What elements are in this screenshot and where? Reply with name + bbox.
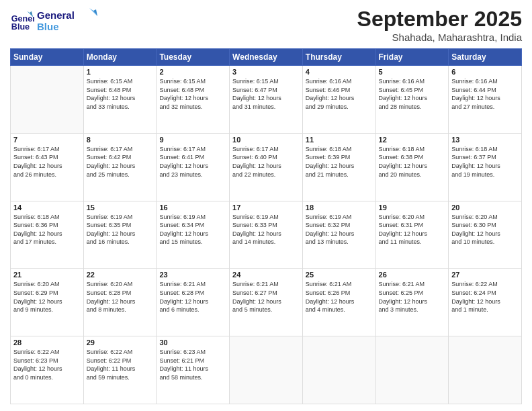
day-number: 29 <box>87 338 154 347</box>
day-number: 23 <box>159 271 226 279</box>
day-info: Sunrise: 6:18 AM Sunset: 6:39 PM Dayligh… <box>306 145 373 179</box>
day-number: 8 <box>87 136 154 144</box>
weekday-header-saturday: Saturday <box>449 49 522 66</box>
calendar-cell: 3Sunrise: 6:15 AM Sunset: 6:47 PM Daylig… <box>230 66 303 134</box>
day-number: 27 <box>451 271 519 279</box>
day-number: 28 <box>13 338 81 347</box>
calendar-cell: 13Sunrise: 6:18 AM Sunset: 6:37 PM Dayli… <box>449 133 522 201</box>
day-info: Sunrise: 6:18 AM Sunset: 6:37 PM Dayligh… <box>451 145 519 179</box>
day-number: 3 <box>232 68 300 76</box>
calendar-cell: 2Sunrise: 6:15 AM Sunset: 6:48 PM Daylig… <box>157 66 230 134</box>
day-number: 18 <box>306 203 373 212</box>
calendar-cell: 21Sunrise: 6:20 AM Sunset: 6:29 PM Dayli… <box>11 269 84 336</box>
day-number: 1 <box>87 68 154 76</box>
calendar-cell: 8Sunrise: 6:17 AM Sunset: 6:42 PM Daylig… <box>83 133 157 201</box>
day-info: Sunrise: 6:20 AM Sunset: 6:30 PM Dayligh… <box>451 213 519 246</box>
day-info: Sunrise: 6:19 AM Sunset: 6:32 PM Dayligh… <box>306 213 373 246</box>
calendar-cell <box>302 336 375 404</box>
weekday-header-friday: Friday <box>375 49 449 66</box>
svg-marker-7 <box>93 9 97 16</box>
day-info: Sunrise: 6:15 AM Sunset: 6:48 PM Dayligh… <box>159 77 226 111</box>
calendar-cell: 6Sunrise: 6:16 AM Sunset: 6:44 PM Daylig… <box>449 66 522 134</box>
day-info: Sunrise: 6:17 AM Sunset: 6:43 PM Dayligh… <box>13 145 81 179</box>
day-number: 15 <box>87 203 154 212</box>
logo-icon: General Blue <box>10 8 34 32</box>
day-number: 11 <box>306 136 373 144</box>
day-info: Sunrise: 6:22 AM Sunset: 6:24 PM Dayligh… <box>451 280 519 314</box>
svg-text:Blue: Blue <box>11 22 30 32</box>
day-info: Sunrise: 6:22 AM Sunset: 6:22 PM Dayligh… <box>87 348 154 381</box>
logo: General Blue General Blue <box>10 7 97 34</box>
calendar-cell: 26Sunrise: 6:21 AM Sunset: 6:25 PM Dayli… <box>375 269 449 336</box>
calendar-cell: 15Sunrise: 6:19 AM Sunset: 6:35 PM Dayli… <box>83 201 157 269</box>
day-info: Sunrise: 6:16 AM Sunset: 6:45 PM Dayligh… <box>379 77 446 111</box>
day-number: 13 <box>451 136 519 144</box>
calendar-week-row: 28Sunrise: 6:22 AM Sunset: 6:23 PM Dayli… <box>11 336 522 404</box>
calendar-cell: 23Sunrise: 6:21 AM Sunset: 6:28 PM Dayli… <box>157 269 230 336</box>
calendar-cell: 11Sunrise: 6:18 AM Sunset: 6:39 PM Dayli… <box>302 133 375 201</box>
day-info: Sunrise: 6:19 AM Sunset: 6:33 PM Dayligh… <box>232 213 300 246</box>
day-number: 21 <box>13 271 81 279</box>
day-info: Sunrise: 6:19 AM Sunset: 6:34 PM Dayligh… <box>159 213 226 246</box>
calendar-cell: 27Sunrise: 6:22 AM Sunset: 6:24 PM Dayli… <box>449 269 522 336</box>
day-info: Sunrise: 6:22 AM Sunset: 6:23 PM Dayligh… <box>13 348 81 381</box>
day-info: Sunrise: 6:18 AM Sunset: 6:36 PM Dayligh… <box>13 213 81 246</box>
day-number: 16 <box>159 203 226 212</box>
calendar-cell: 17Sunrise: 6:19 AM Sunset: 6:33 PM Dayli… <box>230 201 303 269</box>
weekday-header-sunday: Sunday <box>11 49 84 66</box>
calendar-cell: 12Sunrise: 6:18 AM Sunset: 6:38 PM Dayli… <box>375 133 449 201</box>
day-number: 12 <box>379 136 446 144</box>
day-number: 22 <box>87 271 154 279</box>
day-number: 14 <box>13 203 81 212</box>
calendar-cell: 14Sunrise: 6:18 AM Sunset: 6:36 PM Dayli… <box>11 201 84 269</box>
day-number: 2 <box>159 68 226 76</box>
day-number: 17 <box>232 203 300 212</box>
day-number: 5 <box>379 68 446 76</box>
calendar-week-row: 7Sunrise: 6:17 AM Sunset: 6:43 PM Daylig… <box>11 133 522 201</box>
calendar-cell: 1Sunrise: 6:15 AM Sunset: 6:48 PM Daylig… <box>83 66 157 134</box>
calendar-cell: 25Sunrise: 6:21 AM Sunset: 6:26 PM Dayli… <box>302 269 375 336</box>
day-number: 10 <box>232 136 300 144</box>
calendar-cell: 16Sunrise: 6:19 AM Sunset: 6:34 PM Dayli… <box>157 201 230 269</box>
day-number: 26 <box>379 271 446 279</box>
day-info: Sunrise: 6:19 AM Sunset: 6:35 PM Dayligh… <box>87 213 154 246</box>
subtitle: Shahada, Maharashtra, India <box>357 32 522 43</box>
title-area: September 2025 Shahada, Maharashtra, Ind… <box>357 7 522 43</box>
day-info: Sunrise: 6:16 AM Sunset: 6:46 PM Dayligh… <box>306 77 373 111</box>
calendar-cell: 30Sunrise: 6:23 AM Sunset: 6:21 PM Dayli… <box>157 336 230 404</box>
calendar-cell: 18Sunrise: 6:19 AM Sunset: 6:32 PM Dayli… <box>302 201 375 269</box>
calendar-cell: 4Sunrise: 6:16 AM Sunset: 6:46 PM Daylig… <box>302 66 375 134</box>
day-number: 19 <box>379 203 446 212</box>
day-info: Sunrise: 6:18 AM Sunset: 6:38 PM Dayligh… <box>379 145 446 179</box>
calendar-cell <box>375 336 449 404</box>
calendar-header-row: SundayMondayTuesdayWednesdayThursdayFrid… <box>11 49 522 66</box>
day-info: Sunrise: 6:23 AM Sunset: 6:21 PM Dayligh… <box>159 348 226 381</box>
calendar-cell: 10Sunrise: 6:17 AM Sunset: 6:40 PM Dayli… <box>230 133 303 201</box>
calendar-cell: 29Sunrise: 6:22 AM Sunset: 6:22 PM Dayli… <box>83 336 157 404</box>
day-number: 20 <box>451 203 519 212</box>
day-info: Sunrise: 6:15 AM Sunset: 6:47 PM Dayligh… <box>232 77 300 111</box>
calendar-cell <box>11 66 84 134</box>
day-info: Sunrise: 6:17 AM Sunset: 6:41 PM Dayligh… <box>159 145 226 179</box>
calendar-week-row: 21Sunrise: 6:20 AM Sunset: 6:29 PM Dayli… <box>11 269 522 336</box>
month-title: September 2025 <box>357 7 522 32</box>
day-number: 24 <box>232 271 300 279</box>
day-info: Sunrise: 6:17 AM Sunset: 6:40 PM Dayligh… <box>232 145 300 179</box>
day-info: Sunrise: 6:20 AM Sunset: 6:31 PM Dayligh… <box>379 213 446 246</box>
calendar-week-row: 14Sunrise: 6:18 AM Sunset: 6:36 PM Dayli… <box>11 201 522 269</box>
day-info: Sunrise: 6:21 AM Sunset: 6:25 PM Dayligh… <box>379 280 446 314</box>
weekday-header-thursday: Thursday <box>302 49 375 66</box>
weekday-header-tuesday: Tuesday <box>157 49 230 66</box>
calendar-cell: 9Sunrise: 6:17 AM Sunset: 6:41 PM Daylig… <box>157 133 230 201</box>
calendar-week-row: 1Sunrise: 6:15 AM Sunset: 6:48 PM Daylig… <box>11 66 522 134</box>
day-number: 25 <box>306 271 373 279</box>
calendar-cell: 24Sunrise: 6:21 AM Sunset: 6:27 PM Dayli… <box>230 269 303 336</box>
calendar-cell: 20Sunrise: 6:20 AM Sunset: 6:30 PM Dayli… <box>449 201 522 269</box>
svg-text:Blue: Blue <box>37 21 59 32</box>
svg-text:General: General <box>37 9 75 21</box>
page-header: General Blue General Blue September 2025… <box>10 7 522 43</box>
weekday-header-wednesday: Wednesday <box>230 49 303 66</box>
day-info: Sunrise: 6:17 AM Sunset: 6:42 PM Dayligh… <box>87 145 154 179</box>
calendar-cell: 22Sunrise: 6:20 AM Sunset: 6:28 PM Dayli… <box>83 269 157 336</box>
day-info: Sunrise: 6:20 AM Sunset: 6:29 PM Dayligh… <box>13 280 81 314</box>
